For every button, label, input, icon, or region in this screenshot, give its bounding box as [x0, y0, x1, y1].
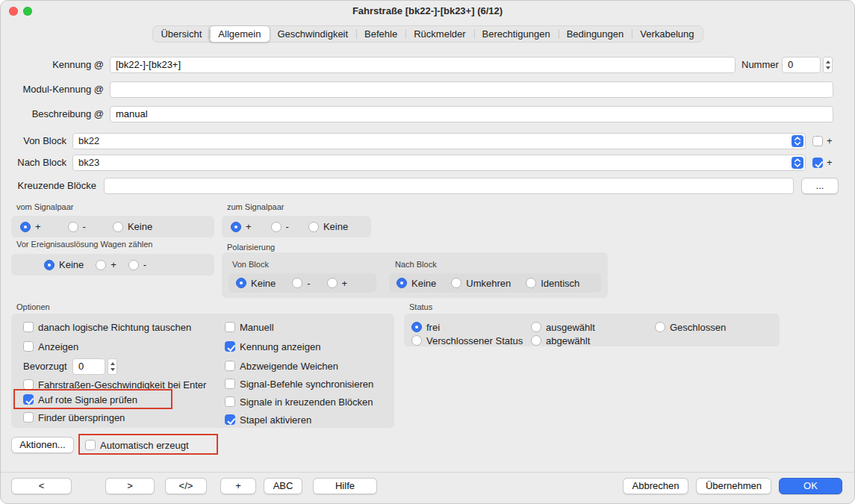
checkbox-label: Signal-Befehle synchronisieren	[240, 379, 373, 390]
fullscreen-window-button[interactable]	[23, 7, 32, 16]
status-radio-verschlossener-status[interactable]: Verschlossener Status	[411, 334, 523, 347]
von-block-combo[interactable]: bk22	[72, 133, 806, 149]
vom-signalpaar-radio-plus[interactable]: +	[20, 221, 41, 232]
tab-rueckmelder[interactable]: Rückmelder	[405, 26, 473, 42]
status-radio-frei[interactable]: frei	[411, 320, 440, 334]
abc-button[interactable]: ABC	[264, 478, 302, 494]
opt-anzeigen[interactable]: Anzeigen	[23, 340, 78, 353]
next-button[interactable]: >	[105, 478, 155, 494]
radio-icon	[327, 278, 338, 288]
kennung-input[interactable]: [bk22-]-[bk23+]	[110, 57, 736, 73]
zum-signalpaar-radio-plus[interactable]: +	[231, 221, 252, 232]
polarisierung-nach-block-label: Nach Block	[395, 260, 437, 269]
tab-verkabelung[interactable]: Verkabelung	[632, 26, 702, 42]
status-radio-abgewaehlt[interactable]: abgewählt	[531, 334, 590, 347]
polarisierung-nach-radio-umkehren[interactable]: Umkehren	[451, 278, 511, 289]
tab-uebersicht[interactable]: Übersicht	[152, 26, 210, 42]
checkbox-label: Automatisch erzeugt	[100, 440, 189, 451]
opt-geschwindigkeit-bei-enter[interactable]: Fahrstraßen-Geschwindigkeit bei Enter	[23, 378, 206, 391]
polarisierung-von-radio-plus[interactable]: +	[327, 278, 348, 289]
modul-kennung-input[interactable]	[110, 81, 833, 98]
nach-block-value: bk23	[78, 157, 99, 168]
ok-button[interactable]: OK	[779, 478, 842, 494]
dropdown-chevron-icon[interactable]	[792, 157, 803, 169]
wagen-radio-keine[interactable]: Keine	[44, 259, 84, 270]
prev-button[interactable]: <	[11, 478, 72, 494]
vom-signalpaar-radio-minus[interactable]: -	[68, 221, 86, 232]
opt-kennung-anzeigen[interactable]: Kennung anzeigen	[225, 340, 320, 353]
checkbox-label: Signale in kreuzenden Blöcken	[240, 396, 373, 408]
status-label: Status	[409, 302, 432, 311]
opt-finder-ueberspringen[interactable]: Finder überspringen	[23, 411, 125, 424]
kreuzende-bloecke-input[interactable]	[104, 178, 794, 194]
opt-abzweigende-weichen[interactable]: Abzweigende Weichen	[225, 359, 338, 373]
optionen-label: Optionen	[16, 302, 50, 311]
code-button[interactable]: </>	[165, 478, 207, 494]
zum-signalpaar-radio-keine[interactable]: Keine	[308, 221, 348, 232]
polarisierung-von-radio-minus[interactable]: -	[292, 278, 310, 289]
vom-signalpaar-radio-keine[interactable]: Keine	[113, 221, 152, 232]
radio-label: Verschlossener Status	[426, 335, 523, 346]
tab-befehle[interactable]: Befehle	[356, 26, 405, 42]
von-block-plus-checkbox[interactable]	[812, 136, 823, 146]
abbrechen-button[interactable]: Abbrechen	[623, 478, 688, 494]
radio-icon	[68, 222, 78, 232]
wagen-radio-minus[interactable]: -	[128, 259, 146, 270]
wagen-radio-plus[interactable]: +	[96, 259, 116, 270]
radio-label: Keine	[251, 278, 276, 289]
tab-bedingungen[interactable]: Bedingungen	[559, 26, 632, 42]
aktionen-button[interactable]: Aktionen...	[11, 437, 74, 453]
opt-stapel-aktivieren[interactable]: Stapel aktivieren	[225, 413, 311, 426]
checkbox-label: danach logische Richtung tauschen	[38, 322, 191, 333]
zum-signalpaar-group: + - Keine	[222, 216, 371, 237]
automatisch-erzeugt-checkbox[interactable]: Automatisch erzeugt	[85, 438, 189, 452]
bevorzugt-stepper[interactable]	[108, 358, 117, 375]
vom-signalpaar-group: + - Keine	[11, 216, 214, 237]
nach-block-combo[interactable]: bk23	[72, 155, 806, 171]
opt-signale-in-kreuzenden-bloecken[interactable]: Signale in kreuzenden Blöcken	[225, 395, 373, 408]
polarisierung-group: Von Block Keine - + Nach Block Keine Umk…	[222, 252, 608, 298]
radio-icon	[655, 322, 665, 332]
checkbox-icon	[23, 341, 34, 352]
radio-icon	[411, 335, 422, 346]
nummer-stepper[interactable]	[823, 57, 833, 73]
checkbox-label: Manuell	[240, 322, 274, 333]
nach-block-plus-checkbox[interactable]	[812, 158, 823, 168]
fahrstrasse-dialog: Fahrstraße [bk22-]-[bk23+] (6/12) Übersi…	[0, 0, 855, 504]
radio-icon	[128, 260, 139, 270]
polarisierung-nach-radio-identisch[interactable]: Identisch	[526, 278, 579, 289]
add-button[interactable]: +	[220, 478, 256, 494]
polarisierung-von-radio-keine[interactable]: Keine	[236, 278, 276, 289]
close-window-button[interactable]	[9, 7, 18, 16]
titlebar: Fahrstraße [bk22-]-[bk23+] (6/12)	[1, 1, 854, 22]
dropdown-chevron-icon[interactable]	[792, 135, 803, 147]
radio-icon	[231, 222, 241, 232]
tab-berechtigungen[interactable]: Berechtigungen	[474, 26, 559, 42]
checkbox-icon	[225, 322, 235, 332]
radio-label: -	[83, 221, 86, 232]
status-radio-ausgewaehlt[interactable]: ausgewählt	[531, 320, 595, 334]
radio-label: Keine	[323, 221, 348, 232]
opt-richtung-tauschen[interactable]: danach logische Richtung tauschen	[23, 320, 191, 334]
beschreibung-input[interactable]: manual	[110, 106, 833, 122]
radio-label: Umkehren	[466, 278, 511, 289]
nummer-label: Nummer	[741, 57, 779, 73]
checkbox-label: Kennung anzeigen	[240, 341, 320, 352]
kreuzende-bloecke-browse-button[interactable]: ...	[801, 178, 839, 194]
opt-manuell[interactable]: Manuell	[225, 320, 274, 334]
radio-label: +	[246, 221, 252, 232]
status-radio-geschlossen[interactable]: Geschlossen	[655, 320, 726, 334]
tab-geschwindigkeit[interactable]: Geschwindigkeit	[269, 26, 356, 42]
opt-auf-rote-signale-pruefen[interactable]: Auf rote Signale prüfen	[23, 393, 137, 406]
hilfe-button[interactable]: Hilfe	[313, 478, 377, 494]
bevorzugt-input[interactable]: 0	[72, 358, 105, 375]
radio-label: +	[342, 278, 348, 289]
opt-signal-befehle-synchronisieren[interactable]: Signal-Befehle synchronisieren	[225, 377, 373, 391]
nummer-input[interactable]: 0	[782, 57, 821, 73]
tab-allgemein[interactable]: Allgemein	[209, 25, 270, 43]
polarisierung-von-block-label: Von Block	[232, 260, 269, 269]
polarisierung-nach-radio-keine[interactable]: Keine	[397, 278, 436, 289]
uebernehmen-button[interactable]: Übernehmen	[696, 478, 771, 494]
radio-icon	[531, 322, 541, 332]
zum-signalpaar-radio-minus[interactable]: -	[271, 221, 289, 232]
